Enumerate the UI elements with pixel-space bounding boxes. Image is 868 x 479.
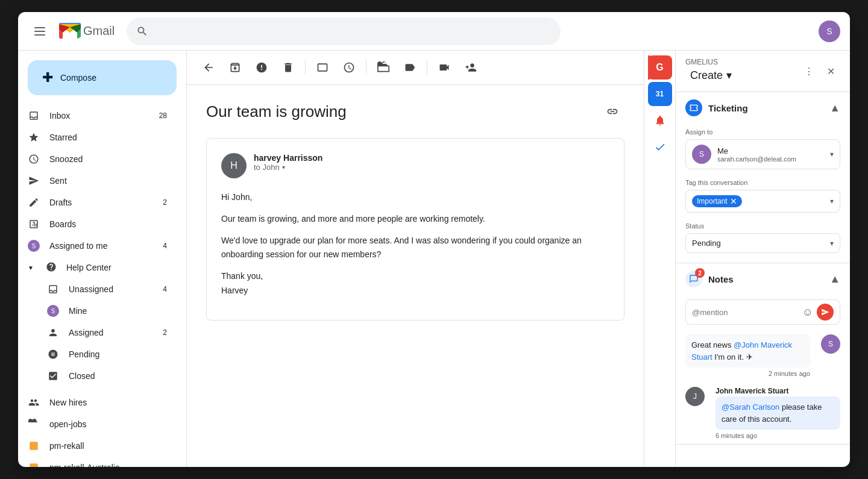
note-time-2: 6 minutes ago [715, 432, 840, 439]
calendar-icon[interactable]: 31 [648, 82, 672, 106]
snooze-button[interactable] [337, 55, 361, 80]
ticketing-icon [685, 99, 702, 116]
send-note-button[interactable] [817, 304, 834, 321]
tag-label: Tag this conversation [685, 179, 840, 186]
mention-actions: ☺ [802, 304, 834, 321]
back-button[interactable] [197, 55, 221, 80]
note-author-2: John Maverick Stuart [715, 387, 840, 395]
move-to-button[interactable] [371, 55, 395, 80]
app-window: Gmail S ✚ Compose I [18, 12, 850, 467]
top-bar: Gmail S [18, 12, 850, 51]
email-toolbar [187, 51, 644, 85]
assignee-name: Me [717, 146, 824, 155]
check-icon[interactable] [648, 135, 672, 159]
ticketing-toggle-icon: ▲ [829, 102, 840, 114]
tag-chip: Important ✕ [692, 195, 742, 207]
delete-button[interactable] [276, 55, 300, 80]
sidebar-item-starred-label: Starred [49, 133, 167, 142]
note-mention-2: @Sarah Carlson [722, 402, 779, 412]
boards-icon [28, 218, 40, 230]
svg-rect-1 [34, 31, 45, 32]
emoji-button[interactable]: ☺ [802, 306, 813, 319]
sidebar-item-snoozed[interactable]: Snoozed [18, 148, 177, 170]
right-panel: GMELIUS Create ▾ ⋮ ✕ [675, 51, 850, 467]
mention-input-row[interactable]: ☺ [685, 299, 840, 325]
assignee-email: sarah.carlson@deleat.com [717, 155, 824, 163]
sidebar-item-inbox[interactable]: Inbox 28 [18, 105, 177, 127]
sidebar-sub-unassigned[interactable]: Unassigned 4 [18, 278, 177, 300]
svg-rect-2 [34, 34, 45, 36]
close-panel-button[interactable]: ✕ [821, 61, 840, 81]
assigned-icon [47, 327, 59, 339]
compose-label: Compose [60, 73, 96, 83]
sidebar-item-boards[interactable]: Boards [18, 213, 177, 235]
help-center-section[interactable]: ▼ Help Center [18, 257, 186, 278]
assign-field: Assign to S Me sarah.carlson@deleat.com … [676, 124, 850, 174]
right-panel-header: GMELIUS Create ▾ ⋮ ✕ [676, 51, 850, 92]
email-actions [600, 99, 624, 124]
notification-icon[interactable] [648, 108, 672, 133]
sidebar-sub-unassigned-badge: 4 [163, 285, 167, 293]
sidebar-sub-pending[interactable]: Pending [18, 343, 177, 365]
notes-label: Notes [708, 274, 734, 284]
tag-chevron-icon: ▾ [830, 197, 834, 205]
status-label: Status [685, 222, 840, 230]
mark-read-button[interactable] [310, 55, 335, 80]
link-button[interactable] [600, 99, 624, 124]
avatar[interactable]: S [819, 20, 840, 42]
sidebar-item-assigned-to-me[interactable]: S Assigned to me 4 [18, 235, 177, 257]
sidebar-item-starred[interactable]: Starred [18, 127, 177, 148]
gmelius-g-icon[interactable]: G [648, 55, 672, 80]
compose-button[interactable]: ✚ Compose [28, 60, 177, 95]
status-row[interactable]: Pending ▾ [685, 233, 840, 253]
ticketing-section-header[interactable]: Ticketing ▲ [676, 92, 850, 124]
report-spam-button[interactable] [250, 55, 274, 80]
pm-rekall-au-icon [28, 462, 40, 467]
closed-icon [47, 370, 59, 382]
sidebar-item-boards-label: Boards [49, 219, 167, 229]
create-button[interactable]: Create ▾ [685, 66, 737, 84]
hamburger-button[interactable] [28, 19, 52, 43]
sidebar-item-snoozed-label: Snoozed [49, 154, 167, 164]
help-center-icon [46, 261, 57, 274]
search-bar[interactable] [127, 17, 561, 45]
notes-section-header[interactable]: 2 Notes ▲ [676, 263, 850, 295]
sidebar-sub-assigned[interactable]: Assigned 2 [18, 322, 177, 343]
more-options-button[interactable]: ⋮ [799, 61, 819, 81]
notes-section: 2 Notes ▲ ☺ [676, 263, 850, 445]
sidebar-item-sent-label: Sent [49, 176, 167, 186]
meet-button[interactable] [432, 55, 456, 80]
sidebar-sub-mine[interactable]: S Mine [18, 300, 177, 322]
assign-to-label: Assign to [685, 128, 840, 136]
note-item-1: S Great news @John Maverick Stuart I'm o… [676, 330, 850, 382]
sidebar-sub-mine-label: Mine [69, 306, 87, 316]
sidebar-item-assigned-to-me-label: Assigned to me [49, 241, 153, 251]
tag-field: Tag this conversation Important ✕ ▾ [676, 174, 850, 218]
sidebar-item-drafts[interactable]: Drafts 2 [18, 192, 177, 213]
gmail-logo: Gmail [59, 20, 115, 42]
sidebar-item-sent[interactable]: Sent [18, 170, 177, 192]
assign-row[interactable]: S Me sarah.carlson@deleat.com ▾ [685, 139, 840, 169]
sidebar-item-pm-rekall-australia[interactable]: pm-rekall-Australia [18, 457, 177, 467]
gmelius-sidebar: G 31 [644, 51, 675, 467]
sidebar-item-open-jobs[interactable]: open-jobs [18, 413, 177, 435]
archive-button[interactable] [223, 55, 247, 80]
sidebar-item-inbox-label: Inbox [49, 111, 149, 121]
label-button[interactable] [398, 55, 422, 80]
gmelius-brand: GMELIUS Create ▾ [685, 58, 737, 84]
sender-to[interactable]: to John ▾ [254, 163, 609, 172]
sidebar-item-drafts-badge: 2 [163, 198, 167, 207]
search-input[interactable] [153, 26, 551, 37]
mention-input[interactable] [692, 308, 797, 317]
sidebar-item-pm-rekall[interactable]: pm-rekall [18, 435, 177, 457]
note-item-2: J John Maverick Stuart @Sarah Carlson pl… [676, 382, 850, 444]
tag-remove-icon[interactable]: ✕ [730, 196, 737, 206]
tag-row[interactable]: Important ✕ ▾ [685, 190, 840, 213]
contacts-button[interactable] [459, 55, 483, 80]
gmail-wordmark: Gmail [83, 24, 115, 38]
email-content: Our team is growing H harvey Harrisson [187, 51, 644, 467]
email-subject: Our team is growing [206, 102, 347, 121]
help-center-toggle-icon: ▼ [28, 265, 34, 271]
sidebar-sub-closed[interactable]: Closed [18, 365, 177, 387]
sidebar-item-new-hires[interactable]: New hires [18, 392, 177, 413]
